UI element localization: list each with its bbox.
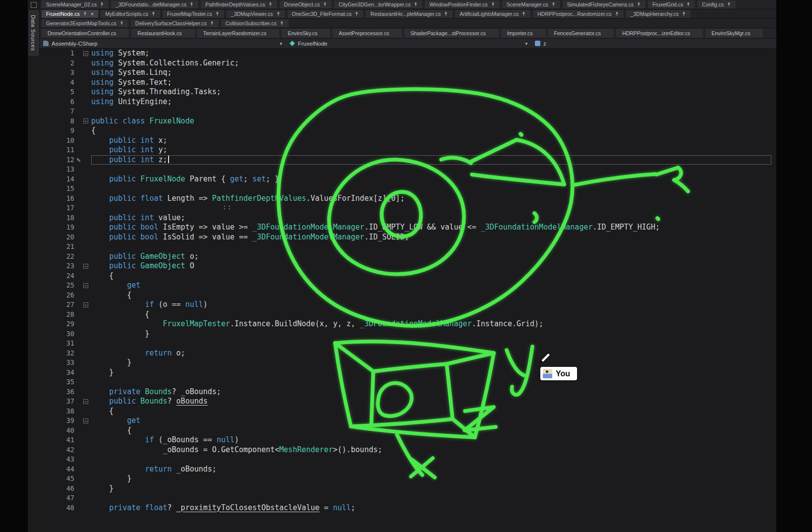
collapse-icon[interactable]: –: [83, 118, 88, 123]
code-line-8[interactable]: 8–public class FruxelNode: [40, 117, 776, 126]
code-line-23[interactable]: 23– public GameObject O: [40, 261, 776, 271]
code-line-46[interactable]: 46 }: [40, 484, 776, 494]
code-line-32[interactable]: 32 return o;: [40, 349, 776, 358]
code-line-1[interactable]: 1–using System;: [40, 49, 776, 59]
code-editor[interactable]: 1–using System;2using System.Collections…: [40, 49, 776, 532]
code-line-15[interactable]: 15: [40, 184, 776, 194]
code-line-27[interactable]: 27– if (o == null): [40, 300, 776, 310]
pin-icon[interactable]: [522, 11, 526, 16]
tab-HDRPPostproc...Randomizer.cs[interactable]: HDRPPostproc...Randomizer.cs: [533, 10, 623, 18]
tab-ArtificialLightsManager.cs[interactable]: ArtificialLightsManager.cs: [455, 10, 530, 18]
pin-icon[interactable]: [210, 21, 214, 26]
code-line-16[interactable]: 16 public float Length => PathfinderDept…: [40, 194, 776, 204]
code-line-38[interactable]: 38 {: [40, 407, 776, 416]
project-dropdown[interactable]: Assembly-CSharp ▾: [40, 39, 286, 48]
tab-OneSec3D_FileFormat.cs[interactable]: OneSec3D_FileFormat.cs: [288, 10, 364, 18]
pin-icon[interactable]: [268, 2, 273, 7]
pin-icon[interactable]: [682, 11, 686, 16]
pin-icon[interactable]: [637, 2, 641, 7]
pin-icon[interactable]: [354, 11, 359, 16]
collapse-icon[interactable]: –: [83, 418, 88, 423]
code-line-37[interactable]: 37– public Bounds? oBounds: [40, 397, 776, 407]
pin-icon[interactable]: [551, 2, 556, 7]
code-line-17[interactable]: 17: [40, 203, 776, 213]
tab-DroneObject.cs[interactable]: DroneObject.cs: [280, 0, 332, 8]
collapse-icon[interactable]: –: [83, 399, 88, 404]
code-line-43[interactable]: 43: [40, 455, 776, 465]
tab-DroneOrientationController.cs[interactable]: DroneOrientationController.cs: [42, 29, 129, 38]
tab-Importer.cs[interactable]: Importer.cs: [501, 29, 546, 38]
member-dropdown[interactable]: z: [531, 39, 776, 48]
tab-WindowPositionFinder.cs[interactable]: WindowPositionFinder.cs: [425, 0, 499, 8]
code-line-3[interactable]: 3using System.Linq;: [40, 68, 776, 78]
tab-CityGen3DGen...torWrapper.cs[interactable]: CityGen3DGen...torWrapper.cs: [334, 0, 422, 8]
code-line-12[interactable]: 12 public int z;✎: [40, 155, 776, 165]
code-line-19[interactable]: 19 public bool IsEmpty => value >= _3DFo…: [40, 223, 776, 233]
pin-icon[interactable]: [215, 11, 220, 16]
tab-RestaurantHo...pleManager.cs[interactable]: RestaurantHo...pleManager.cs: [366, 10, 453, 18]
code-line-11[interactable]: 11 public int y;: [40, 145, 776, 155]
collapse-icon[interactable]: –: [83, 264, 88, 269]
code-line-44[interactable]: 44 return _oBounds;: [40, 465, 776, 474]
collapse-icon[interactable]: –: [83, 302, 88, 307]
code-line-14[interactable]: 14 public FruxelNode Parent { get; set; …: [40, 175, 776, 184]
code-line-33[interactable]: 33 }: [40, 358, 776, 368]
tab-SimulatedFisheyeCamera.cs[interactable]: SimulatedFisheyeCamera.cs: [563, 0, 645, 8]
pin-icon[interactable]: [151, 11, 156, 16]
code-line-35[interactable]: 35: [40, 377, 776, 387]
data-sources-tab[interactable]: Data Sources: [29, 10, 39, 56]
pin-icon[interactable]: [83, 11, 87, 16]
pin-icon[interactable]: [119, 21, 124, 26]
pin-icon[interactable]: [323, 2, 327, 7]
code-line-36[interactable]: 36 private Bounds? _oBounds;: [40, 387, 776, 397]
code-line-39[interactable]: 39– get: [40, 416, 776, 426]
code-line-6[interactable]: 6using UnityEngine;: [40, 97, 776, 107]
code-line-25[interactable]: 25– get: [40, 281, 776, 291]
tab-HDRPPostproc...izerEditor.cs[interactable]: HDRPPostproc...izerEditor.cs: [616, 29, 703, 38]
tab-SceneManager_02.cs[interactable]: SceneManager_02.cs: [42, 0, 109, 8]
tab-TerrainLayerRandomizer.cs[interactable]: TerrainLayerRandomizer.cs: [197, 29, 280, 38]
tab-FencesGenerator.cs[interactable]: FencesGenerator.cs: [548, 29, 614, 38]
code-line-47[interactable]: 47: [40, 493, 776, 503]
tab-AssetPreprocessor.cs[interactable]: AssetPreprocessor.cs: [333, 29, 402, 38]
collapse-icon[interactable]: –: [83, 283, 88, 288]
code-line-13[interactable]: 13: [40, 165, 776, 175]
pin-icon[interactable]: [727, 2, 731, 7]
tab-_3DMapHierarchy.cs[interactable]: _3DMapHierarchy.cs: [626, 10, 691, 18]
code-line-4[interactable]: 4using System.Text;: [40, 78, 776, 88]
code-line-29[interactable]: 29 FruxelMapTester.Instance.BuildNode(x,…: [40, 319, 776, 329]
code-line-42[interactable]: 42 _oBounds = O.GetComponent<MeshRendere…: [40, 445, 776, 455]
tab-CollisionSubscriber.cs[interactable]: CollisionSubscriber.cs: [221, 19, 289, 27]
tab-DeliverySurfaceClassHelper.cs[interactable]: DeliverySurfaceClassHelper.cs: [131, 19, 219, 27]
collapse-icon[interactable]: –: [83, 51, 88, 56]
close-icon[interactable]: ×: [91, 11, 94, 17]
tab-Config.cs[interactable]: Config.cs: [697, 0, 736, 8]
tab-Generator2ExportMapTools.cs[interactable]: Generator2ExportMapTools.cs: [42, 19, 128, 27]
code-line-5[interactable]: 5using System.Threading.Tasks;: [40, 87, 776, 97]
tab-RestaurantHook.cs[interactable]: RestaurantHook.cs: [131, 29, 194, 38]
code-line-18[interactable]: 18 public int value;: [40, 213, 776, 223]
code-line-30[interactable]: 30 }: [40, 329, 776, 339]
code-line-22[interactable]: 22 public GameObject o;: [40, 252, 776, 262]
pin-icon[interactable]: [615, 11, 619, 16]
tab-EnviroSkyMgr.cs[interactable]: EnviroSkyMgr.cs: [705, 29, 763, 38]
code-line-48[interactable]: 48 private float? _proximityToClosestObs…: [40, 503, 776, 513]
code-line-40[interactable]: 40 {: [40, 426, 776, 436]
chevron-down-icon[interactable]: ▾: [525, 41, 527, 46]
tab-SceneManager.cs[interactable]: SceneManager.cs: [502, 0, 560, 8]
code-line-21[interactable]: 21: [40, 242, 776, 252]
code-line-41[interactable]: 41 if (_oBounds == null): [40, 435, 776, 445]
code-line-26[interactable]: 26 {: [40, 291, 776, 300]
code-line-45[interactable]: 45 }: [40, 474, 776, 484]
type-dropdown[interactable]: FruxelNode ▾: [286, 39, 531, 48]
tab-FruxelNode.cs[interactable]: FruxelNode.cs×: [42, 10, 98, 18]
pin-icon[interactable]: [276, 11, 281, 16]
code-line-24[interactable]: 24 {: [40, 271, 776, 281]
code-line-9[interactable]: 9{: [40, 126, 776, 136]
pin-icon[interactable]: [686, 2, 691, 7]
tab-EnviroSky.cs[interactable]: EnviroSky.cs: [282, 29, 330, 38]
tab-PathfinderDepthValues.cs[interactable]: PathfinderDepthValues.cs: [201, 0, 277, 8]
code-line-10[interactable]: 10 public int x;: [40, 136, 776, 146]
code-line-20[interactable]: 20 public bool IsSolid => value == _3DFo…: [40, 233, 776, 242]
tab-_3DFoundatio...delManager.cs[interactable]: _3DFoundatio...delManager.cs: [111, 0, 198, 8]
